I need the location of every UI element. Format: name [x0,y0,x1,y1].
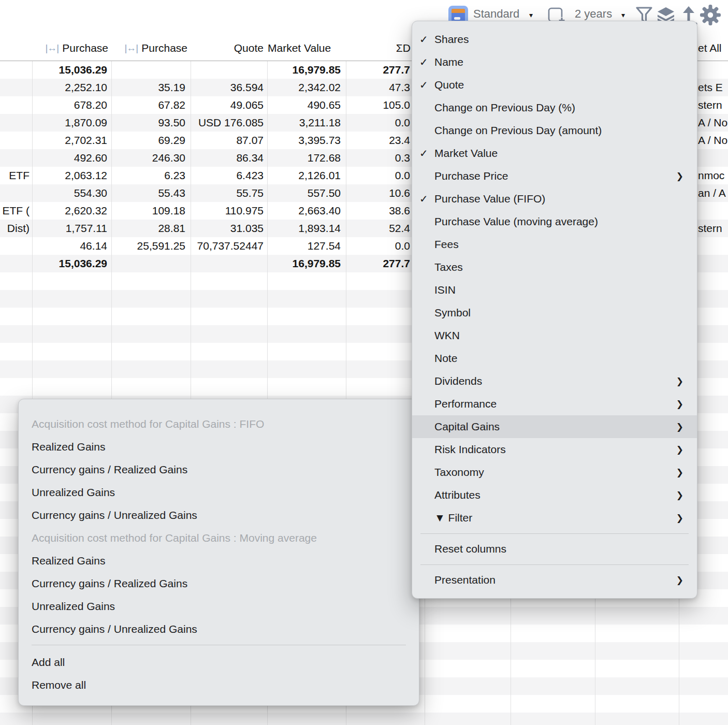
purchase-price-cell [111,61,187,79]
menu-item-label: WKN [434,329,670,342]
submenu-item[interactable]: Remove all [19,674,419,697]
menu-item[interactable]: ✓ Purchase Price ❯ [412,165,697,187]
purchase-price-cell: 25,591.25 [111,237,187,255]
submenu-arrow-icon: ❯ [676,513,683,524]
sum-dividends-cell: 277.7 [346,255,411,272]
security-name-fragment: ETF [0,167,30,184]
column-header-purchase-price[interactable]: |↔| Purchase [111,35,190,61]
menu-item[interactable]: ✓ ISIN ❯ [412,279,697,301]
sum-dividends-cell: 0.0 [346,114,411,132]
submenu-item[interactable]: Currency gains / Unrealized Gains [19,504,419,527]
checkmark-icon: ✓ [419,147,434,160]
menu-item[interactable]: ✓ Note ❯ [412,347,697,370]
quote-cell: USD 176.085 [191,114,264,132]
submenu-item[interactable]: Currency gains / Unrealized Gains [19,618,419,641]
menu-item[interactable]: ✓ ❯ [420,560,689,569]
purchase-price-cell: 35.19 [111,79,187,96]
menu-item-label: Change on Previous Day (%) [434,102,670,114]
market-value-cell: 3,395.73 [267,132,341,149]
menu-item-label: Presentation [434,574,670,586]
column-header-label: Quote [234,42,264,54]
sum-dividends-cell: 0.0 [346,167,411,184]
chevron-down-icon[interactable]: ▾ [621,11,625,19]
quote-cell: 86.34 [191,149,264,167]
submenu-item[interactable]: Add all [19,651,419,674]
column-header-quote[interactable]: Quote [191,35,264,61]
submenu-item[interactable]: Acquisition cost method for Capital Gain… [19,413,419,436]
menu-item[interactable]: ✓ Taxes ❯ [412,256,697,279]
submenu-item-label: Unrealized Gains [32,600,405,613]
menu-item[interactable]: ✓ Dividends ❯ [412,370,697,393]
sum-dividends-cell: 277.7 [346,61,411,79]
menu-item-label: Dividends [434,375,670,387]
market-value-cell: 3,211.18 [267,114,341,132]
menu-item[interactable]: ✓ Purchase Value (FIFO) ❯ [412,187,697,210]
menu-item[interactable]: ✓ Name ❯ [412,51,697,74]
submenu-item[interactable]: Currency gains / Realized Gains [19,572,419,595]
menu-item[interactable]: ✓ Change on Previous Day (%) ❯ [412,96,697,119]
menu-item[interactable]: ✓ Quote ❯ [412,74,697,96]
menu-item[interactable]: ✓ Purchase Value (moving average) ❯ [412,210,697,233]
menu-item[interactable]: ✓ Performance ❯ [412,393,697,415]
view-selector[interactable]: Standard [473,7,519,21]
quote-cell [191,61,264,79]
submenu-item-label: Acquisition cost method for Capital Gain… [32,418,405,430]
market-value-cell: 490.65 [267,96,341,114]
purchase-value-cell: 46.14 [32,237,108,255]
quote-cell: 36.594 [191,79,264,96]
securities-table-page: |↔| Purchase |↔| Purchase Quote Market V… [0,0,728,725]
column-header-purchase-value[interactable]: |↔| Purchase [32,35,109,61]
column-header-label: et All [698,42,722,54]
sum-dividends-cell: 38.6 [346,202,411,220]
menu-item[interactable]: ✓ Presentation ❯ [412,569,697,591]
sum-dividends-cell: 52.4 [346,220,411,237]
security-name-fragment [0,132,30,149]
submenu-item-label: Remove all [32,679,405,691]
sum-dividends-cell: 23.4 [346,132,411,149]
security-name-fragment [0,61,30,79]
submenu-item[interactable]: Unrealized Gains [19,595,419,618]
menu-item[interactable]: ✓ Shares ❯ [412,28,697,51]
menu-item[interactable]: ✓ Attributes ❯ [412,484,697,506]
submenu-arrow-icon: ❯ [676,399,683,410]
menu-item[interactable]: ✓ Change on Previous Day (amount) ❯ [412,119,697,142]
menu-item[interactable]: ✓ ▼ Filter ❯ [412,506,697,529]
right-column-fragment: stern [698,96,728,114]
menu-item[interactable]: ✓ Capital Gains ❯ [412,415,697,438]
period-selector[interactable]: 2 years [575,7,612,21]
quote-cell [191,255,264,272]
submenu-arrow-icon: ❯ [676,467,683,478]
checkmark-icon: ✓ [419,79,434,91]
chevron-down-icon[interactable]: ▾ [529,11,533,19]
market-value-cell: 1,893.14 [267,220,341,237]
menu-item[interactable]: ✓ WKN ❯ [412,324,697,347]
market-value-cell: 557.50 [267,184,341,202]
market-value-cell: 2,663.40 [267,202,341,220]
quote-cell: 55.75 [191,184,264,202]
right-column-fragment: an / A [698,184,728,202]
column-header-sum-dividends-fragment[interactable]: ΣD [346,35,411,61]
submenu-item[interactable]: Currency gains / Realized Gains [19,458,419,481]
column-header-market-value[interactable]: Market Value [267,35,343,61]
submenu-item[interactable]: Realized Gains [19,436,419,458]
menu-item[interactable]: ✓ Market Value ❯ [412,142,697,165]
purchase-price-cell: 6.23 [111,167,187,184]
menu-item[interactable]: ✓ Reset columns ❯ [412,538,697,560]
submenu-item[interactable]: Realized Gains [19,549,419,572]
submenu-item[interactable] [32,641,406,651]
menu-item[interactable]: ✓ ❯ [420,529,689,538]
menu-item[interactable]: ✓ Fees ❯ [412,233,697,256]
gear-icon[interactable] [700,5,721,25]
security-name-fragment [0,237,30,255]
submenu-item-label: Realized Gains [32,441,405,453]
menu-item[interactable]: ✓ Risk Indicators ❯ [412,438,697,461]
submenu-item[interactable]: Unrealized Gains [19,481,419,504]
menu-item[interactable]: ✓ Taxonomy ❯ [412,461,697,484]
menu-item-label: Note [434,352,670,365]
menu-item[interactable]: ✓ Symbol ❯ [412,301,697,324]
security-name-fragment [0,96,30,114]
submenu-arrow-icon: ❯ [676,575,683,586]
column-header-right-fragment[interactable]: et All [698,35,728,61]
submenu-item[interactable]: Acquisition cost method for Capital Gain… [19,527,419,549]
menu-item-label: Taxes [434,261,670,273]
